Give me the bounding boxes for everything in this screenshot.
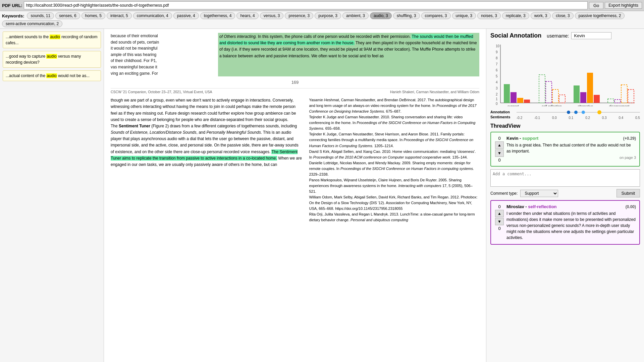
chart-container: 10 9 8 7 6 5 4 3 2 1 0 (490, 43, 640, 107)
keyword-chip[interactable]: semi-active communication, 2 (2, 20, 62, 27)
card-body-miroslav: Miroslav - self-reflection (0.00) I wond… (506, 204, 636, 241)
svg-text:alternative: alternative (578, 105, 593, 106)
comment-input-area: Comment type: Support Self-reflection Al… (490, 169, 640, 197)
keyword-chip[interactable]: compares, 3 (421, 12, 451, 19)
keyword-chip[interactable]: ambient, 3 (342, 12, 369, 19)
pdf-top-section: because of their emotionalded sounds of … (111, 33, 479, 76)
svg-rect-16 (524, 100, 530, 103)
go-button[interactable]: Go (589, 2, 603, 9)
svg-rect-23 (574, 85, 580, 103)
keyword-chip[interactable]: senses, 6 (55, 12, 80, 19)
svg-text:4: 4 (496, 80, 498, 84)
pdf-url-input[interactable] (24, 1, 588, 9)
downvote-button-kevin[interactable]: ▼ (495, 149, 504, 157)
svg-rect-26 (594, 95, 600, 103)
keyword-chip[interactable]: passive, 4 (173, 12, 199, 19)
keyword-chip[interactable]: passive togetherness, 2 (575, 12, 625, 19)
svg-text:2: 2 (496, 93, 498, 96)
card-author-kevin: Kevin - support (506, 136, 538, 141)
keyword-chip[interactable]: presence, 3 (285, 12, 313, 19)
pdf-area[interactable]: because of their emotionalded sounds of … (104, 29, 486, 362)
keyword-chip[interactable]: homes, 5 (82, 12, 105, 19)
annotation-header: Social Annotation username: (490, 32, 640, 39)
comment-type-select[interactable]: Support Self-reflection Alternative Disa… (520, 190, 558, 197)
keyword-chip[interactable]: replicate, 3 (502, 12, 529, 19)
svg-rect-21 (559, 95, 565, 103)
comment-type-label: Comment type: (490, 191, 518, 196)
card-header-miroslav: Miroslav - self-reflection (0.00) (506, 204, 636, 209)
keyword-chip[interactable]: sounds, 11 (27, 12, 54, 19)
annotation-title: Social Annotation (490, 32, 541, 39)
keyword-chip[interactable]: shuffling, 3 (393, 12, 420, 19)
vote-up-miroslav: 0 (498, 204, 500, 209)
svg-text:disagreement: disagreement (609, 105, 630, 106)
vote-down-kevin: 0 (498, 158, 500, 163)
svg-rect-15 (517, 98, 523, 103)
keyword-chip[interactable]: close, 3 (552, 12, 573, 19)
comment-textarea[interactable] (490, 169, 640, 187)
pdf-url-label: PDF URL: (2, 3, 22, 8)
downvote-button-miroslav[interactable]: ▼ (495, 218, 504, 225)
keyword-chip[interactable]: versus, 3 (260, 12, 284, 19)
card-header-kevin: Kevin - support (+0.29) (506, 136, 636, 141)
card-page-kevin: on page 3 (506, 156, 636, 160)
vote-column-miroslav: 0 ▲ ▼ 0 (494, 204, 504, 241)
keyword-chip[interactable]: noises, 3 (477, 12, 501, 19)
svg-rect-24 (580, 92, 586, 103)
keyword-chip[interactable]: interact, 5 (107, 12, 132, 19)
snippet-item[interactable]: ...good way to capture audio versus many… (3, 51, 101, 68)
comment-controls: Comment type: Support Self-reflection Al… (490, 189, 640, 197)
snippet-item[interactable]: ...actual content of the audio would not… (3, 70, 101, 81)
keyword-chip[interactable]: communication, 4 (133, 12, 172, 19)
sentiment-slider-row: Annotation Sentiments -0.2-0.10.00.10.20… (490, 109, 640, 120)
pdf-right-column: Yasamin Heshmat, Carman Neustaedter, and… (309, 97, 479, 223)
card-sentiment-miroslav: (0.00) (626, 204, 636, 209)
svg-text:9: 9 (496, 50, 498, 54)
svg-text:3: 3 (496, 86, 498, 90)
upvote-button-miroslav[interactable]: ▲ (495, 210, 504, 217)
svg-text:support: support (507, 105, 519, 106)
keyword-chip[interactable]: hears, 4 (236, 12, 258, 19)
svg-rect-14 (511, 92, 517, 103)
upvote-button-kevin[interactable]: ▲ (495, 141, 504, 149)
annotation-chart: 10 9 8 7 6 5 4 3 2 1 0 (490, 43, 638, 106)
svg-rect-29 (614, 100, 621, 103)
sentiment-tick-labels: -0.2-0.10.00.10.20.30.40.5 (517, 116, 640, 120)
keywords-bar: Keywords: sounds, 11senses, 6homes, 5int… (0, 11, 644, 29)
pdf-footer-right: Hanieh Shakeri, Carman Neustaedter, and … (390, 90, 479, 94)
snippet-item[interactable]: ...ambient sounds to the audio recording… (3, 32, 101, 48)
keyword-chip[interactable]: purpose, 3 (315, 12, 341, 19)
card-body-kevin: Kevin - support (+0.29) This is a great … (506, 136, 636, 163)
pdf-top-left: because of their emotionalded sounds of … (111, 33, 215, 76)
keyword-chip[interactable]: togetherness, 4 (200, 12, 235, 19)
keyword-chip[interactable]: unique, 3 (452, 12, 476, 19)
vote-column-kevin: 0 ▲ ▼ 0 (494, 136, 504, 163)
annotation-panel: Social Annotation username: 10 9 8 7 6 5… (486, 29, 644, 362)
card-author-miroslav: Miroslav - self-reflection (506, 204, 557, 209)
username-input[interactable] (571, 32, 611, 39)
svg-text:7: 7 (496, 62, 498, 66)
svg-text:self-reflection: self-reflection (542, 105, 561, 106)
card-sentiment-kevin: (+0.29) (623, 136, 636, 141)
svg-text:6: 6 (496, 68, 498, 72)
username-label: username: (547, 33, 569, 39)
submit-button[interactable]: Submit (616, 189, 640, 197)
url-bar: PDF URL: Go Export highlights (0, 0, 644, 11)
svg-rect-30 (621, 85, 627, 103)
vote-up-kevin: 0 (498, 136, 500, 141)
card-text-kevin: This is a great idea. Then the actual co… (506, 142, 636, 154)
pdf-top-highlighted: of Others interacting. In this system, t… (218, 33, 479, 76)
keyword-chip[interactable]: work, 3 (531, 12, 551, 19)
thread-view-title: ThreadView (490, 123, 640, 129)
vote-down-miroslav: 0 (498, 226, 500, 231)
svg-text:5: 5 (496, 74, 498, 78)
pdf-footer-left: CSCW '21 Companion, October 23–27, 2021,… (111, 90, 212, 94)
snippets-panel: ...ambient sounds to the audio recording… (0, 29, 104, 362)
svg-rect-20 (552, 89, 558, 103)
pdf-left-column: though we are part of a group, even when… (111, 97, 302, 223)
svg-text:1: 1 (496, 97, 498, 101)
pdf-columns: though we are part of a group, even when… (111, 97, 479, 223)
keyword-chip[interactable]: audio, 3 (370, 12, 392, 19)
svg-rect-13 (504, 84, 510, 103)
export-highlights-button[interactable]: Export highlights (605, 2, 642, 9)
